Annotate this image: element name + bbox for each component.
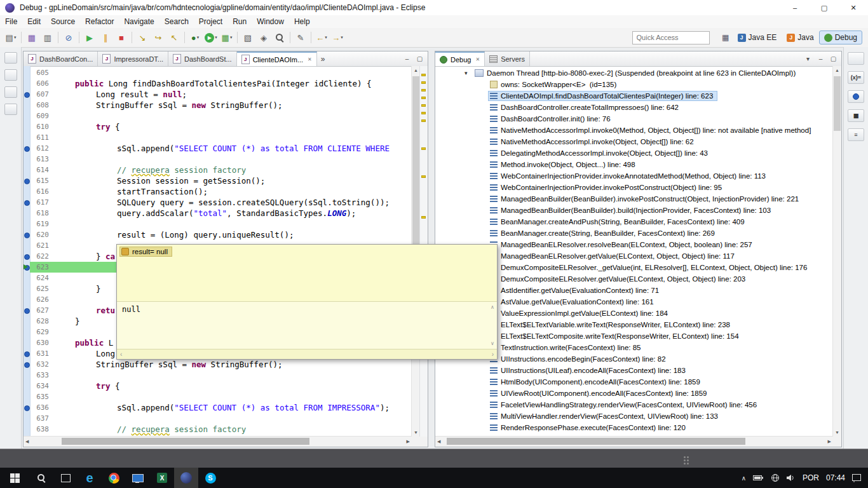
editor-tab-impressoradt[interactable]: JImpressoraDT... <box>98 51 168 66</box>
perspective-debug[interactable]: Debug <box>819 30 862 44</box>
chrome-taskbar-button[interactable] <box>102 468 126 488</box>
code-line[interactable]: 605 <box>24 67 412 78</box>
menu-source[interactable]: Source <box>46 16 80 27</box>
excel-taskbar-button[interactable]: X <box>150 468 174 488</box>
code-line[interactable]: 610try { <box>24 121 412 132</box>
menu-edit[interactable]: Edit <box>22 16 46 27</box>
stack-frame-row[interactable]: DelegatingMethodAccessorImpl.invoke(Obje… <box>435 147 712 159</box>
breakpoint-icon[interactable] <box>24 92 30 98</box>
back-button[interactable]: ←▾ <box>314 30 329 45</box>
code-line[interactable]: 606public Long findDashBoardTotalCliente… <box>24 78 412 89</box>
code-line[interactable]: 615Session session = getSession(); <box>24 175 412 186</box>
code-line[interactable]: 614// recupera session factory <box>24 165 412 175</box>
stack-frame-row[interactable]: Method.invoke(Object, Object...) line: 4… <box>435 159 639 170</box>
code-line[interactable]: 638// recupera session factory <box>24 424 412 435</box>
editor-horizontal-scrollbar[interactable]: ◀ ▶ <box>24 436 412 447</box>
scroll-left-arrow[interactable]: ‹ <box>120 351 122 358</box>
open-type-button[interactable]: ◈ <box>256 30 271 45</box>
step-into-button[interactable]: ↘ <box>135 30 150 45</box>
menu-refactor[interactable]: Refactor <box>80 16 119 27</box>
step-over-button[interactable]: ↪ <box>151 30 166 45</box>
menu-search[interactable]: Search <box>159 16 194 27</box>
skype-taskbar-button[interactable]: S <box>198 468 222 488</box>
maximize-button[interactable]: ▢ <box>810 0 839 15</box>
clock[interactable]: 07:44 <box>826 473 845 482</box>
debug-menu-button[interactable]: ●▾ <box>187 30 203 45</box>
breakpoint-icon[interactable] <box>24 179 30 184</box>
menu-file[interactable]: File <box>0 16 22 27</box>
breakpoint-icon[interactable] <box>24 233 30 238</box>
code-line[interactable]: 608StringBuffer sSql = new StringBuffer(… <box>24 100 412 111</box>
stack-frame-row[interactable]: HtmlBody(UIComponent).encodeAll(FacesCon… <box>435 376 704 388</box>
popup-horizontal-scrollbar[interactable]: ‹ › <box>117 349 497 359</box>
scrollbar-thumb[interactable] <box>834 76 841 131</box>
debug-vertical-scrollbar[interactable]: ▲ ▼ <box>832 66 841 437</box>
stack-frame-row[interactable]: DashBoardController.init() line: 76 <box>435 113 614 125</box>
breakpoint-icon[interactable] <box>24 254 30 260</box>
battery-icon[interactable] <box>753 475 764 481</box>
step-return-button[interactable]: ↖ <box>166 30 182 45</box>
stack-frame-row[interactable]: MultiViewHandler.renderView(FacesContext… <box>435 410 722 422</box>
code-line[interactable]: 612sSql.append("SELECT COUNT (*) as tota… <box>24 143 412 154</box>
scroll-down-arrow[interactable]: ∨ <box>491 341 494 346</box>
menu-window[interactable]: Window <box>252 16 289 27</box>
stack-frame-row[interactable]: FaceletViewHandlingStrategy.renderView(F… <box>435 399 761 410</box>
breakpoint-icon[interactable] <box>24 405 30 411</box>
search-button[interactable] <box>272 30 287 45</box>
occurrence-marker[interactable] <box>421 175 426 178</box>
code-line[interactable]: 618query.addScalar("total", StandardBasi… <box>24 208 412 219</box>
breakpoint-icon[interactable] <box>24 146 30 152</box>
minimize-button[interactable]: – <box>780 0 810 15</box>
code-line[interactable]: 619 <box>24 219 412 229</box>
restore-views-button[interactable] <box>848 52 864 65</box>
close-button[interactable]: ✕ <box>839 0 868 15</box>
tab-overflow-chevron[interactable]: » <box>317 51 329 66</box>
code-line[interactable]: 637 <box>24 413 412 424</box>
edge-taskbar-button[interactable]: e <box>78 468 102 488</box>
perspective-java[interactable]: JJava <box>782 30 818 44</box>
debug-thread-row[interactable]: ▾Daemon Thread [http-bio-8080-exec-2] (S… <box>435 67 799 79</box>
new-wizard-button[interactable]: ▤▾ <box>3 30 18 45</box>
perspective-java-ee[interactable]: JJava EE <box>733 30 782 44</box>
code-line[interactable]: 616startTransaction(); <box>24 186 412 197</box>
scrollbar-thumb[interactable] <box>62 438 309 445</box>
save-button[interactable]: ▦ <box>24 30 39 45</box>
quick-access-input[interactable] <box>632 31 710 44</box>
skip-all-breakpoints-button[interactable]: ⊘ <box>61 30 76 45</box>
code-line[interactable]: 613 <box>24 154 412 165</box>
terminate-button[interactable]: ■ <box>114 30 129 45</box>
scroll-right-arrow[interactable]: › <box>492 351 494 358</box>
editor-minimize-button[interactable]: – <box>403 55 411 62</box>
eclipse-taskbar-button[interactable] <box>174 468 198 488</box>
code-line[interactable]: 607Long result = null; <box>24 89 412 100</box>
occurrence-marker[interactable] <box>421 74 426 76</box>
minimized-view-button[interactable] <box>4 104 17 115</box>
run-menu-button[interactable]: ▶▾ <box>203 30 219 45</box>
close-tab-icon[interactable]: ✕ <box>308 57 312 62</box>
occurrence-marker[interactable] <box>421 97 426 99</box>
code-line[interactable]: 636sSql.append("SELECT COUNT (*) as tota… <box>24 402 412 413</box>
volume-icon[interactable] <box>787 474 796 482</box>
debug-maximize-button[interactable]: ▢ <box>829 55 837 62</box>
variable-row[interactable]: result= null <box>120 247 172 256</box>
debug-horizontal-scrollbar[interactable]: ◀ ▶ <box>435 436 833 447</box>
scroll-left-arrow[interactable]: ◀ <box>25 439 29 444</box>
occurrence-marker[interactable] <box>421 147 426 150</box>
tab-debug[interactable]: Debug ✕ <box>435 51 485 66</box>
restore-views-button[interactable] <box>4 52 17 64</box>
menu-help[interactable]: Help <box>289 16 315 27</box>
editor-tab-clientedaoim[interactable]: JClienteDAOIm...✕ <box>237 51 317 66</box>
stack-frame-row[interactable]: NativeMethodAccessorImpl.invoke(Object, … <box>435 136 698 147</box>
code-line[interactable]: 611 <box>24 132 412 143</box>
last-edit-location-button[interactable]: ✎ <box>293 30 308 45</box>
debug-owns-row[interactable]: owns: SocketWrapper<E> (id=135) <box>435 79 620 90</box>
breakpoint-icon[interactable] <box>24 200 30 206</box>
editor-tab-dashboardcon[interactable]: JDashBoardCon... <box>24 51 98 66</box>
breakpoint-icon[interactable] <box>24 362 30 368</box>
action-center-icon[interactable] <box>852 474 862 482</box>
occurrence-marker[interactable] <box>421 104 426 107</box>
close-tab-icon[interactable]: ✕ <box>475 57 480 62</box>
code-line[interactable]: 635 <box>24 391 412 402</box>
scroll-right-arrow[interactable]: ▶ <box>828 439 831 444</box>
view-menu-button[interactable]: ▾ <box>804 55 812 62</box>
